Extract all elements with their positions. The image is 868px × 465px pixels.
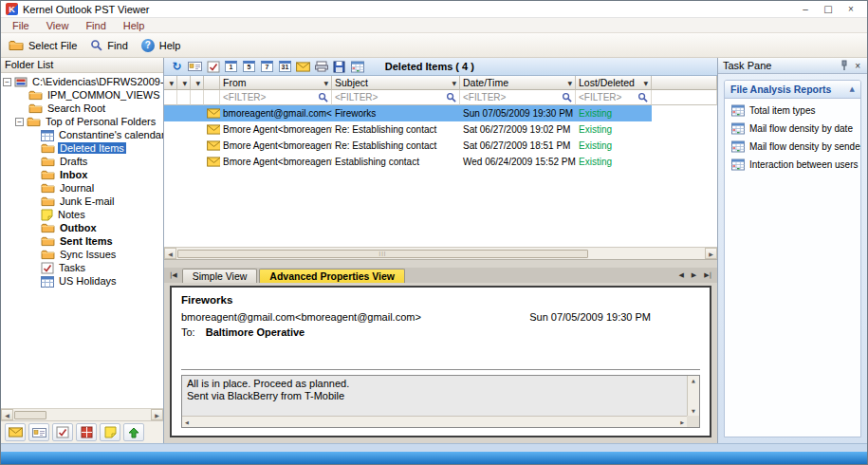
folder-item-junk-email[interactable]: Junk E-mail	[1, 195, 163, 208]
task-pane-close-icon[interactable]: ×	[853, 61, 862, 71]
folder-item-sent-items[interactable]: Sent Items	[1, 234, 163, 248]
upgrade-button[interactable]	[123, 423, 144, 441]
folder-item-journal[interactable]: Journal	[1, 181, 163, 195]
column-header-importance[interactable]: ▼	[164, 76, 177, 90]
folder-item-drafts[interactable]: Drafts	[1, 155, 163, 168]
report-total-item-types[interactable]: Total item types	[725, 99, 860, 117]
column-header-flag[interactable]: ▼	[177, 76, 191, 90]
column-header-subject[interactable]: Subject▼	[332, 76, 460, 90]
message-list-hscrollbar[interactable]: ◀ ||| ▶	[164, 247, 717, 259]
find-label: Find	[107, 40, 127, 51]
green-up-arrow-icon	[128, 427, 139, 438]
scroll-thumb[interactable]: |||	[177, 250, 588, 258]
body-hscrollbar[interactable]: ◀▶	[182, 416, 687, 427]
help-button[interactable]: ? Help	[141, 39, 181, 52]
message-row[interactable]: bmoreagent@gmail.com<bm... Fireworks Sun…	[164, 105, 717, 121]
column-header-attachment[interactable]: ▼	[191, 76, 204, 90]
print-icon[interactable]	[313, 59, 329, 74]
folder-tree-hscrollbar[interactable]: ◀ ▶	[1, 408, 163, 420]
message-row[interactable]: Bmore Agent<bmoreagent@... Re: Establish…	[164, 121, 717, 138]
minimize-button[interactable]: –	[794, 2, 817, 17]
scroll-track[interactable]	[13, 409, 151, 420]
tab-simple-view[interactable]: Simple View	[182, 269, 258, 283]
calendar-month-view-icon[interactable]: 31	[277, 59, 293, 74]
filter-input-subject[interactable]: <FILTER>	[332, 90, 460, 105]
menu-help[interactable]: Help	[115, 20, 154, 31]
scroll-left-icon[interactable]: ◀	[164, 248, 176, 259]
collapse-icon[interactable]: −	[15, 118, 24, 126]
folder-item-root[interactable]: − C:\Evidencias\DFRWS2009-Outloo	[1, 75, 163, 88]
notes-view-button[interactable]	[100, 423, 120, 441]
cell-datetime: Sat 06/27/2009 18:51 PM	[460, 138, 576, 154]
preview-from: bmoreagent@gmail.com<bmoreagent@gmail.co…	[181, 311, 421, 323]
report-interaction-between-users[interactable]: Interaction between users	[725, 153, 860, 171]
title-bar: K Kernel Outlook PST Viewer – □ ×	[1, 1, 867, 18]
folder-item-outbox[interactable]: Outbox	[1, 221, 163, 234]
folder-item-top-of-personal-folders[interactable]: − Top of Personal Folders	[1, 115, 163, 128]
scroll-track[interactable]: |||	[176, 248, 705, 259]
folder-item-deleted-items[interactable]: Deleted Items	[1, 141, 163, 155]
file-analysis-reports-header[interactable]: File Analysis Reports ▲	[725, 81, 860, 99]
column-header-from[interactable]: From▼	[220, 76, 332, 90]
save-icon[interactable]	[331, 59, 347, 74]
body-vscrollbar[interactable]: ▲▼	[687, 376, 699, 416]
folder-item-inbox[interactable]: Inbox	[1, 168, 163, 181]
find-button[interactable]: Find	[90, 39, 127, 51]
menu-view[interactable]: View	[38, 20, 78, 31]
menu-find[interactable]: Find	[77, 20, 114, 31]
mail-view-button[interactable]	[5, 423, 26, 441]
maximize-button[interactable]: □	[817, 2, 840, 17]
scroll-right-icon[interactable]: ▶	[705, 248, 717, 259]
folder-item-ipm-common-views[interactable]: IPM_COMMON_VIEWS	[1, 88, 163, 102]
tab-advanced-properties-view[interactable]: Advanced Properties View	[259, 269, 405, 283]
folder-item-tasks[interactable]: Tasks	[1, 261, 163, 274]
status-bar	[1, 452, 867, 464]
tasks-view-button[interactable]	[52, 423, 73, 441]
folder-item-constantines-calendar[interactable]: Constantine's calendar	[1, 128, 163, 141]
tab-scroll-last-icon[interactable]: ▶|	[701, 271, 714, 279]
collapse-icon[interactable]: −	[3, 78, 11, 86]
folder-item-sync-issues[interactable]: Sync Issues	[1, 248, 163, 261]
contacts-view-button[interactable]	[28, 423, 49, 441]
tab-scroll-prev-icon[interactable]: ◀	[675, 271, 686, 279]
contact-card-icon[interactable]	[187, 59, 203, 74]
calendar-5day-view-icon[interactable]: 5	[241, 59, 257, 74]
report-icon[interactable]	[349, 59, 365, 74]
tab-scroll-first-icon[interactable]: |◀	[167, 271, 180, 279]
message-row[interactable]: Bmore Agent<bmoreagent@... Establishing …	[164, 154, 717, 170]
filter-input-datetime[interactable]: <FILTER>	[460, 90, 576, 105]
filter-input-from[interactable]: <FILTER>	[220, 90, 332, 105]
scroll-left-icon[interactable]: ◀	[1, 409, 13, 420]
message-row[interactable]: Bmore Agent<bmoreagent@... Re: Establish…	[164, 138, 717, 154]
folder-item-notes[interactable]: Notes	[1, 208, 163, 221]
message-body-container: All is in place. Proceed as planned. Sen…	[181, 369, 700, 428]
close-button[interactable]: ×	[840, 2, 862, 17]
folder-item-search-root[interactable]: Search Root	[1, 102, 163, 115]
report-mail-flow-density-by-senders[interactable]: Mail flow density by senders	[725, 135, 860, 153]
splitter[interactable]	[164, 259, 717, 268]
calendar-week-view-icon[interactable]: 7	[259, 59, 275, 74]
refresh-icon[interactable]: ↻	[169, 59, 185, 74]
column-header-item-type[interactable]	[204, 76, 220, 90]
mail-icon[interactable]	[295, 59, 311, 74]
pin-icon[interactable]	[840, 60, 849, 71]
column-header-datetime[interactable]: Date/Time▼	[460, 76, 576, 90]
filter-row: <FILTER> <FILTER> <FILTER> <FILTER>	[164, 90, 717, 105]
calendar-day-view-icon[interactable]: 1	[223, 59, 239, 74]
filter-input-lost-deleted[interactable]: <FILTER>	[576, 90, 652, 105]
tab-scroll-next-icon[interactable]: ▶	[689, 271, 699, 279]
calendar-view-button[interactable]	[76, 423, 97, 441]
filter-cell-filler	[652, 90, 717, 105]
scroll-right-icon[interactable]: ▶	[151, 409, 163, 420]
scroll-thumb[interactable]	[14, 411, 46, 419]
folder-item-us-holidays[interactable]: US Holidays	[1, 274, 163, 288]
task-check-icon[interactable]	[205, 59, 221, 74]
envelope-icon	[207, 157, 220, 167]
menu-file[interactable]: File	[4, 20, 38, 31]
report-mail-flow-density-by-date[interactable]: Mail flow density by date	[725, 117, 860, 135]
dropdown-icon: ▼	[195, 80, 200, 86]
help-icon: ?	[141, 39, 155, 52]
mail-icon	[9, 427, 23, 437]
column-header-lost-deleted[interactable]: Lost/Deleted▼	[576, 76, 652, 90]
select-file-button[interactable]: Select File	[9, 39, 77, 51]
